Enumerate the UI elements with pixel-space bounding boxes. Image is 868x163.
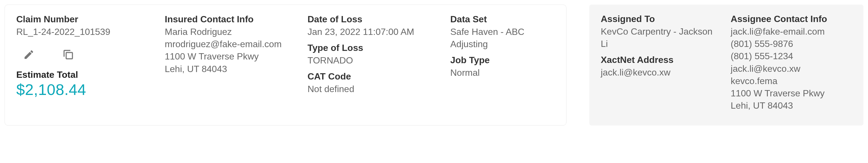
type-of-loss-value: TORNADO xyxy=(308,54,439,66)
copy-icon xyxy=(62,48,74,61)
job-type-value: Normal xyxy=(450,66,553,79)
copy-button[interactable] xyxy=(61,48,75,61)
assigned-column: Assigned To KevCo Carpentry - Jackson Li… xyxy=(601,14,719,116)
assignee-contact-label: Assignee Contact Info xyxy=(731,14,852,24)
data-set-label: Data Set xyxy=(450,14,553,25)
assigned-to-label: Assigned To xyxy=(601,14,719,24)
assignee-email: jack.li@fake-email.com xyxy=(731,25,852,38)
assignee-xact: jack.li@kevco.xw xyxy=(731,63,852,75)
assignee-fema: kevco.fema xyxy=(731,75,852,87)
xactnet-address-label: XactNet Address xyxy=(601,55,719,65)
assignee-contact-value: jack.li@fake-email.com (801) 555-9876 (8… xyxy=(731,25,852,112)
assignee-phone2: (801) 555-1234 xyxy=(731,50,852,62)
svg-rect-0 xyxy=(66,53,72,59)
claim-summary-card: Claim Number RL_1-24-2022_101539 xyxy=(5,5,566,126)
loss-column: Date of Loss Jan 23, 2022 11:07:00 AM Ty… xyxy=(308,14,439,103)
cat-code-value: Not defined xyxy=(308,83,439,95)
claim-number-value: RL_1-24-2022_101539 xyxy=(16,26,153,38)
job-type-label: Job Type xyxy=(450,55,553,65)
assignee-address2: Lehi, UT 84043 xyxy=(731,100,852,112)
data-set-value: Safe Haven - ABC Adjusting xyxy=(450,26,553,50)
edit-button[interactable] xyxy=(22,48,36,61)
claim-number-label: Claim Number xyxy=(16,14,153,25)
insured-address2: Lehi, UT 84043 xyxy=(165,63,296,75)
insured-contact-label: Insured Contact Info xyxy=(165,14,296,25)
dataset-column: Data Set Safe Haven - ABC Adjusting Job … xyxy=(450,14,553,103)
insured-name: Maria Rodriguez xyxy=(165,26,296,38)
cat-code-label: CAT Code xyxy=(308,71,439,82)
date-of-loss-label: Date of Loss xyxy=(308,14,439,25)
assignee-phone1: (801) 555-9876 xyxy=(731,38,852,50)
assigned-to-value: KevCo Carpentry - Jackson Li xyxy=(601,25,719,50)
assignment-card: Assigned To KevCo Carpentry - Jackson Li… xyxy=(589,5,863,126)
assignee-column: Assignee Contact Info jack.li@fake-email… xyxy=(731,14,852,116)
insured-address1: 1100 W Traverse Pkwy xyxy=(165,50,296,63)
assignee-address1: 1100 W Traverse Pkwy xyxy=(731,87,852,100)
estimate-total-value: $2,108.44 xyxy=(16,81,153,98)
estimate-total-label: Estimate Total xyxy=(16,70,153,80)
type-of-loss-label: Type of Loss xyxy=(308,43,439,53)
insured-email: mrodriguez@fake-email.com xyxy=(165,38,296,50)
xactnet-address-value: jack.li@kevco.xw xyxy=(601,66,719,79)
claim-column: Claim Number RL_1-24-2022_101539 xyxy=(16,14,153,103)
pencil-icon xyxy=(23,49,35,60)
insured-column: Insured Contact Info Maria Rodriguez mro… xyxy=(165,14,296,103)
insured-contact-value: Maria Rodriguez mrodriguez@fake-email.co… xyxy=(165,26,296,75)
date-of-loss-value: Jan 23, 2022 11:07:00 AM xyxy=(308,26,439,38)
